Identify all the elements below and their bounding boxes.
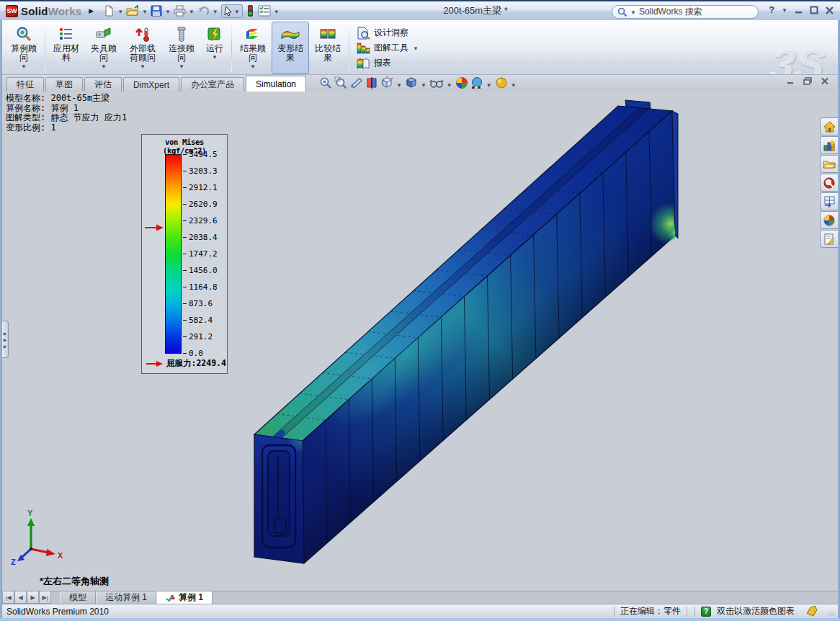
design-library-button[interactable] <box>820 136 838 154</box>
ribbon-study-advisor[interactable]: 算例顾问 ▼ <box>5 22 43 74</box>
menu-expand-arrow[interactable]: ▶ <box>89 7 94 14</box>
tab-evaluate[interactable]: 评估 <box>84 77 122 91</box>
connections-advisor-dropdown[interactable]: ▼ <box>179 63 184 70</box>
document-title: 200t-65m主梁 * <box>339 4 612 17</box>
search-pane-button[interactable] <box>820 174 838 192</box>
select-tool-button[interactable]: ▼ <box>221 4 243 18</box>
display-style-dropdown[interactable]: ▼ <box>421 82 426 89</box>
minimize-button[interactable] <box>795 6 803 14</box>
help-button[interactable]: ? <box>769 4 774 15</box>
hide-show-dropdown[interactable]: ▼ <box>447 82 452 89</box>
ribbon-compare-results[interactable]: 比较结果 <box>309 22 347 74</box>
appearances-button[interactable] <box>820 211 838 229</box>
undo-dropdown-arrow[interactable]: ▼ <box>213 9 218 15</box>
ribbon-run[interactable]: 运行 ▼ <box>200 22 229 74</box>
display-style-icon[interactable] <box>405 76 418 89</box>
yield-strength-row: 屈服力:2249.4 <box>146 358 226 369</box>
apply-scene-icon[interactable] <box>470 76 483 89</box>
new-dropdown-arrow[interactable]: ▼ <box>117 9 123 15</box>
run-dropdown[interactable]: ▼ <box>212 54 218 61</box>
ribbon-apply-material[interactable]: 应用材料 <box>48 22 85 74</box>
save-button[interactable] <box>150 4 163 17</box>
view-orientation-label: *左右二等角轴测 <box>40 575 109 588</box>
doc-minimize-button[interactable] <box>787 77 795 85</box>
checklist-dropdown-arrow[interactable]: ▼ <box>274 9 280 15</box>
ribbon-report[interactable]: 报表 <box>356 57 419 70</box>
edit-appearance-icon[interactable] <box>455 76 468 89</box>
maximize-button[interactable] <box>810 6 818 14</box>
tab-simulation[interactable]: Simulation <box>246 76 306 91</box>
tags-icon[interactable] <box>805 606 819 617</box>
connections-advisor-icon <box>173 25 190 44</box>
new-document-button[interactable] <box>102 4 115 17</box>
tab-nav-next[interactable]: ▶ <box>27 591 39 604</box>
custom-properties-button[interactable] <box>820 230 838 248</box>
ribbon-design-insight[interactable]: 设计洞察 <box>356 27 419 40</box>
section-view-icon[interactable] <box>365 76 378 89</box>
view-orientation-icon[interactable] <box>380 76 393 89</box>
resize-grip[interactable] <box>828 611 835 618</box>
quick-tip-icon[interactable]: ? <box>701 607 711 617</box>
doc-close-button[interactable] <box>821 77 829 85</box>
tab-sketch[interactable]: 草图 <box>45 77 83 91</box>
ribbon-external-loads[interactable]: 外部载荷顾问 ▼ <box>122 22 163 74</box>
study-advisor-dropdown[interactable]: ▼ <box>21 63 27 70</box>
ribbon-simulation: 算例顾问 ▼ 应用材料 夹具顾问 ▼ 外部载荷顾问 ▼ 连接顾问 ▼ 运行 ▼ <box>2 20 838 75</box>
fixtures-advisor-dropdown[interactable]: ▼ <box>101 63 107 70</box>
tab-nav-last[interactable]: ▶| <box>39 591 51 604</box>
external-loads-dropdown[interactable]: ▼ <box>140 63 146 70</box>
tab-study-1[interactable]: 算例 1 <box>156 591 213 604</box>
tab-dimxpert[interactable]: DimXpert <box>123 77 179 91</box>
view-palette-button[interactable] <box>820 192 838 210</box>
zoom-fit-icon[interactable] <box>319 76 332 89</box>
select-dropdown-arrow[interactable]: ▼ <box>234 9 240 15</box>
print-dropdown-arrow[interactable]: ▼ <box>189 9 195 15</box>
tab-nav-first[interactable]: |◀ <box>2 591 14 604</box>
close-button[interactable] <box>825 6 834 14</box>
doc-restore-button[interactable] <box>803 77 812 85</box>
apply-scene-dropdown[interactable]: ▼ <box>486 82 492 89</box>
open-button[interactable] <box>125 4 140 17</box>
view-settings-icon[interactable] <box>495 76 508 89</box>
zoom-area-icon[interactable] <box>334 76 347 89</box>
save-dropdown-arrow[interactable]: ▼ <box>165 9 171 15</box>
view-orientation-dropdown[interactable]: ▼ <box>396 82 402 89</box>
ribbon-deformed-result[interactable]: 变形结果 <box>272 22 309 74</box>
hide-show-items-icon[interactable] <box>429 76 444 89</box>
undo-button[interactable] <box>197 4 210 17</box>
search-box[interactable]: ▼ SolidWorks 搜索 <box>612 5 759 19</box>
plot-tools-dropdown[interactable]: ▼ <box>413 45 419 52</box>
ribbon-connections-advisor[interactable]: 连接顾问 ▼ <box>163 22 200 74</box>
beam-model[interactable] <box>254 100 692 563</box>
tab-motion-study-1[interactable]: 运动算例 1 <box>96 591 156 604</box>
ribbon-fixtures-advisor[interactable]: 夹具顾问 ▼ <box>85 22 122 74</box>
plot-tools-icon <box>356 42 370 55</box>
reference-triad: Y X Z <box>11 509 63 566</box>
tab-features[interactable]: 特征 <box>6 77 44 91</box>
window-border-bottom <box>0 618 840 621</box>
viewport-3d[interactable]: Y X Z <box>2 91 838 591</box>
stress-legend[interactable]: von Mises (kgf/cm^2) 3494.5 3203.3 2912.… <box>141 134 228 374</box>
search-scope-arrow[interactable]: ▼ <box>630 9 636 16</box>
document-window-controls <box>787 77 829 85</box>
open-dropdown-arrow[interactable]: ▼ <box>142 9 148 15</box>
ribbon-results-advisor[interactable]: 结果顾问 ▼ <box>234 22 272 74</box>
design-insight-icon <box>356 27 370 40</box>
results-advisor-icon <box>243 25 262 44</box>
traffic-light-icon[interactable] <box>246 4 254 18</box>
results-advisor-dropdown[interactable]: ▼ <box>250 63 256 70</box>
previous-view-icon[interactable] <box>349 76 363 89</box>
tab-model[interactable]: 模型 <box>60 591 96 604</box>
graphics-area[interactable]: Y X Z 模型名称: 200t-65m主梁 算例名称: 算例 1 图解类型: … <box>2 91 838 591</box>
resources-home-button[interactable] <box>820 117 838 135</box>
app-logo[interactable]: SW SolidWorks <box>0 5 86 17</box>
view-settings-dropdown[interactable]: ▼ <box>511 82 517 89</box>
panel-splitter-handle[interactable]: ▶▶▶ <box>2 321 9 358</box>
tab-office-products[interactable]: 办公室产品 <box>181 77 244 91</box>
help-dropdown-arrow[interactable]: ▼ <box>782 7 787 14</box>
ribbon-plot-tools[interactable]: 图解工具 ▼ <box>356 42 419 55</box>
tab-nav-prev[interactable]: ◀ <box>14 591 27 604</box>
print-button[interactable] <box>173 4 187 17</box>
checklist-button[interactable] <box>257 4 272 17</box>
file-explorer-button[interactable] <box>820 155 838 173</box>
